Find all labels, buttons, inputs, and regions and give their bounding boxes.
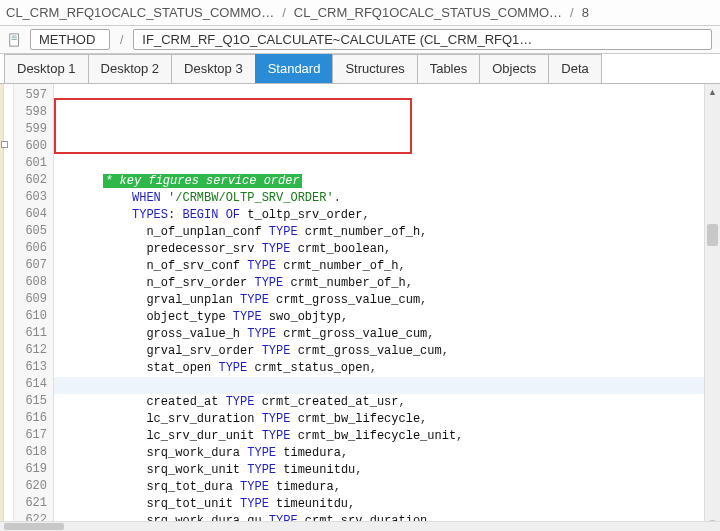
code-line[interactable]: object_type TYPE swo_objtyp,: [60, 309, 720, 326]
breadcrumb-item[interactable]: CL_CRM_RFQ1OCALC_STATUS_COMMO…: [4, 5, 276, 20]
tab-tables[interactable]: Tables: [417, 54, 481, 83]
code-line[interactable]: * key figures service order: [60, 173, 720, 190]
current-line-highlight: [54, 377, 704, 394]
vertical-scroll-thumb[interactable]: [707, 224, 718, 246]
line-number: 601: [14, 156, 53, 173]
line-number: 615: [14, 394, 53, 411]
horizontal-scroll-thumb[interactable]: [4, 523, 64, 530]
code-line[interactable]: created_at TYPE crmt_created_at_usr,: [60, 394, 720, 411]
line-number: 616: [14, 411, 53, 428]
line-number: 603: [14, 190, 53, 207]
breadcrumb-item[interactable]: CL_CRM_RFQ1OCALC_STATUS_COMMO…: [292, 5, 564, 20]
toolbar-sep: /: [114, 33, 129, 47]
tab-desktop-3[interactable]: Desktop 3: [171, 54, 256, 83]
line-number: 610: [14, 309, 53, 326]
line-number: 612: [14, 343, 53, 360]
line-number: 600: [14, 139, 53, 156]
code-line[interactable]: grval_unplan TYPE crmt_gross_value_cum,: [60, 292, 720, 309]
code-line[interactable]: TYPES: BEGIN OF t_oltp_srv_order,: [60, 207, 720, 224]
horizontal-scrollbar[interactable]: [0, 521, 720, 531]
line-number: 605: [14, 224, 53, 241]
line-number: 618: [14, 445, 53, 462]
scroll-up-icon[interactable]: ▲: [705, 84, 720, 100]
code-line[interactable]: [60, 156, 720, 173]
vertical-scrollbar[interactable]: ▲ ▼: [704, 84, 720, 531]
line-number: 608: [14, 275, 53, 292]
svg-rect-1: [12, 35, 17, 36]
tab-standard[interactable]: Standard: [255, 54, 334, 83]
line-number: 607: [14, 258, 53, 275]
code-line[interactable]: lc_srv_dur_unit TYPE crmt_bw_lifecycle_u…: [60, 428, 720, 445]
line-number: 619: [14, 462, 53, 479]
tab-deta[interactable]: Deta: [548, 54, 601, 83]
breadcrumb-item[interactable]: 8: [580, 5, 591, 20]
breadcrumb-sep: /: [276, 5, 292, 20]
line-number: 620: [14, 479, 53, 496]
code-line[interactable]: srq_tot_dura TYPE timedura,: [60, 479, 720, 496]
line-number: 609: [14, 292, 53, 309]
code-line[interactable]: srq_work_dura TYPE timedura,: [60, 445, 720, 462]
tab-objects[interactable]: Objects: [479, 54, 549, 83]
line-number: 613: [14, 360, 53, 377]
svg-rect-3: [12, 39, 17, 40]
annotation-box: [54, 98, 412, 154]
code-line[interactable]: n_of_srv_conf TYPE crmt_number_of_h,: [60, 258, 720, 275]
sheet-icon[interactable]: [4, 29, 26, 51]
line-number: 604: [14, 207, 53, 224]
method-label-box[interactable]: METHOD: [30, 29, 110, 50]
line-gutter: 5975985996006016026036046056066076086096…: [14, 84, 54, 531]
code-line[interactable]: predecessor_srv TYPE crmt_boolean,: [60, 241, 720, 258]
editor-margin: [4, 84, 14, 531]
line-number: 597: [14, 88, 53, 105]
line-number: 611: [14, 326, 53, 343]
code-line[interactable]: n_of_srv_order TYPE crmt_number_of_h,: [60, 275, 720, 292]
line-number: 614: [14, 377, 53, 394]
code-line[interactable]: stat_open TYPE crmt_status_open,: [60, 360, 720, 377]
code-line[interactable]: grval_srv_order TYPE crmt_gross_value_cu…: [60, 343, 720, 360]
code-line[interactable]: srq_work_unit TYPE timeunitdu,: [60, 462, 720, 479]
code-line[interactable]: gross_value_h TYPE crmt_gross_value_cum,: [60, 326, 720, 343]
fold-marker[interactable]: [1, 141, 8, 148]
code-line[interactable]: lc_srv_duration TYPE crmt_bw_lifecycle,: [60, 411, 720, 428]
line-number: 617: [14, 428, 53, 445]
code-area[interactable]: * key figures service order WHEN '/CRMBW…: [54, 84, 720, 531]
line-number: 602: [14, 173, 53, 190]
line-number: 598: [14, 105, 53, 122]
line-number: 599: [14, 122, 53, 139]
tab-desktop-1[interactable]: Desktop 1: [4, 54, 89, 83]
svg-rect-2: [12, 37, 17, 38]
tab-structures[interactable]: Structures: [332, 54, 417, 83]
code-line[interactable]: n_of_unplan_conf TYPE crmt_number_of_h,: [60, 224, 720, 241]
method-signature-box[interactable]: IF_CRM_RF_Q1O_CALCULATE~CALCULATE (CL_CR…: [133, 29, 712, 50]
line-number: 621: [14, 496, 53, 513]
breadcrumb-bar: CL_CRM_RFQ1OCALC_STATUS_COMMO… / CL_CRM_…: [0, 0, 720, 26]
code-line[interactable]: srq_tot_unit TYPE timeunitdu,: [60, 496, 720, 513]
tab-desktop-2[interactable]: Desktop 2: [88, 54, 173, 83]
view-tabs: Desktop 1Desktop 2Desktop 3StandardStruc…: [0, 54, 720, 84]
breadcrumb-sep: /: [564, 5, 580, 20]
code-line[interactable]: WHEN '/CRMBW/OLTP_SRV_ORDER'.: [60, 190, 720, 207]
toolbar: METHOD / IF_CRM_RF_Q1O_CALCULATE~CALCULA…: [0, 26, 720, 54]
code-editor: 5975985996006016026036046056066076086096…: [0, 84, 720, 531]
line-number: 606: [14, 241, 53, 258]
